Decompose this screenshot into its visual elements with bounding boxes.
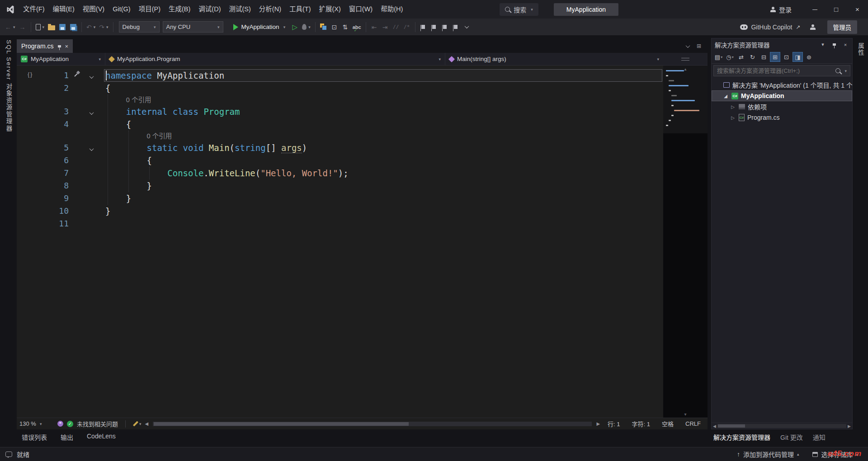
codelens-row[interactable]: 0 个引用 [17,131,663,141]
codelens-row[interactable]: 0 个引用 [17,94,663,105]
dock-tab[interactable]: 通知 [813,433,826,442]
panel-tab[interactable]: CodeLens [87,433,116,442]
document-list-chevron-icon[interactable] [685,43,690,48]
minimap-viewport[interactable] [663,66,708,133]
properties-collapsed-tab[interactable]: 属性 [856,42,865,429]
menu-item[interactable]: 视图(V) [79,0,108,19]
window-menu-chevron-icon[interactable]: ▾ [819,42,826,47]
code-line[interactable]: 2{ [17,82,663,94]
refresh-icon[interactable]: ↻ [747,52,758,62]
code-line[interactable]: 10} [17,205,663,217]
increase-indent-button[interactable]: ⇥ [380,21,390,33]
pin-icon[interactable] [830,43,838,46]
signin-button[interactable]: 登录 [770,5,792,14]
menu-item[interactable]: 项目(P) [135,0,165,19]
collapse-all-icon[interactable]: ⊟ [759,52,769,62]
comment-selection-button[interactable]: // [391,21,401,33]
scrollbar-thumb[interactable] [154,422,408,426]
se-search-input[interactable] [717,67,832,74]
tab-program-cs[interactable]: Program.cs × [17,39,73,53]
expand-arrow-icon[interactable]: ▷ [730,104,736,109]
float-window-icon[interactable]: ⊞ [697,43,701,49]
menu-item[interactable]: 文件(F) [19,0,49,19]
menu-item[interactable]: 扩展(X) [315,0,345,19]
menu-item[interactable]: 生成(B) [165,0,194,19]
code-line[interactable]: 6 { [17,154,663,167]
hot-reload-button[interactable]: ▾ [301,21,312,33]
redo-button[interactable]: ↷▾ [98,21,109,33]
dock-tab[interactable]: Git 更改 [780,433,803,442]
whitespace-indicator[interactable]: 空格 [658,419,678,428]
minimize-button[interactable]: ─ [804,0,826,19]
project-dropdown[interactable]: C# MyApplication ▾ [17,53,105,65]
close-icon[interactable]: × [842,42,849,47]
add-new-item-button[interactable] [319,21,329,33]
codelens-label[interactable]: 0 个引用 [105,131,172,141]
clear-bookmarks-button[interactable] [451,21,461,33]
scroll-left-icon[interactable]: ◀ [145,421,149,426]
add-to-source-control-button[interactable]: ↑ 添加到源代码管理 ▴ [737,450,799,459]
tree-item-project-myapplication[interactable]: ◢C#MyApplication [712,90,852,101]
zoom-select[interactable]: 130 %▾ [19,420,54,427]
switch-views-icon[interactable]: ▤▾ [713,52,724,62]
navigate-to-button[interactable]: ⇅ [340,21,350,33]
new-file-button[interactable]: ▾ [34,21,46,33]
dock-tab[interactable]: 解决方案资源管理器 [713,433,770,442]
title-search-box[interactable]: 搜索 ▾ [500,3,538,16]
scroll-right-icon[interactable]: ▶ [848,424,851,428]
code-line[interactable]: 1namespace MyApplication [17,69,663,82]
start-without-debugging-button[interactable]: ▷ [290,21,300,33]
send-feedback-button[interactable] [808,21,818,33]
scroll-down-icon[interactable]: ▾ [663,412,708,417]
tree-item-solution[interactable]: 解决方案 'MyApplication' (1 个项目, 共 1 个项目) [712,80,852,90]
solution-explorer-header[interactable]: 解决方案资源管理器 ▾ × [712,38,852,51]
se-horizontal-scrollbar[interactable]: ◀ ▶ [712,423,852,429]
fold-chevron-icon[interactable] [90,141,93,154]
close-button[interactable]: × [847,0,868,19]
uncomment-selection-button[interactable]: /* [402,21,412,33]
se-search-box[interactable]: ▾ [713,65,850,76]
message-bubble-icon[interactable] [5,452,12,457]
menu-item[interactable]: 测试(S) [225,0,255,19]
menu-item[interactable]: 分析(N) [255,0,285,19]
split-grip-icon[interactable] [681,58,689,61]
solution-configurations-select[interactable]: Debug▾ [119,21,160,33]
fold-chevron-icon[interactable] [90,69,93,82]
tree-item-program-cs[interactable]: ▷C#Program.cs [712,112,852,123]
code-line[interactable]: 8 } [17,179,663,192]
menu-item[interactable]: 工具(T) [285,0,315,19]
start-debugging-button[interactable]: MyApplication ▾ [230,24,289,30]
code-line[interactable]: 5 static void Main(string[] args) [17,141,663,154]
save-all-button[interactable] [68,21,78,33]
maximize-button[interactable]: □ [826,0,847,19]
code-editor[interactable]: { } 1namespace MyApplication2{0 个引用3 int… [17,66,708,418]
horizontal-scrollbar[interactable] [153,422,592,426]
code-line[interactable]: 7 Console.WriteLine("Hello, World!"); [17,167,663,179]
minimap[interactable]: ▴ ▾ [663,66,708,418]
member-dropdown[interactable]: Main(string[] args) ▾ [445,53,663,65]
solution-platforms-select[interactable]: Any CPU▾ [163,21,223,33]
menu-item[interactable]: 编辑(E) [49,0,79,19]
menu-item[interactable]: 调试(D) [194,0,225,19]
toolbar-overflow-button[interactable] [462,21,472,33]
code-line[interactable]: 11 [17,217,663,230]
settings-icon[interactable]: ⊚ [804,52,814,62]
codelens-label[interactable]: 0 个引用 [105,94,151,105]
scrollbar-track[interactable] [717,424,846,428]
save-button[interactable] [57,21,67,33]
open-file-button[interactable] [47,21,57,33]
panel-tab[interactable]: 错误列表 [22,433,47,442]
tree-item-dependencies[interactable]: ▷依赖项 [712,101,852,112]
code-lines[interactable]: { } 1namespace MyApplication2{0 个引用3 int… [17,66,663,418]
previous-bookmark-button[interactable] [429,21,439,33]
decrease-indent-button[interactable]: ⇤ [369,21,379,33]
code-line[interactable]: 9 } [17,192,663,205]
se-tree[interactable]: 解决方案 'MyApplication' (1 个项目, 共 1 个项目)◢C#… [712,78,852,423]
code-line[interactable]: 4 { [17,118,663,131]
sql-server-object-explorer-tab[interactable]: SQL Server 对象资源管理器 [4,40,13,429]
type-dropdown[interactable]: MyApplication.Program ▾ [105,53,445,65]
pending-changes-filter-icon[interactable]: ◷▾ [725,52,735,62]
code-line[interactable]: 3 internal class Program [17,105,663,118]
preview-selected-items-icon[interactable]: ◨ [793,52,803,62]
show-all-files-icon[interactable]: ⊞ [770,52,780,62]
